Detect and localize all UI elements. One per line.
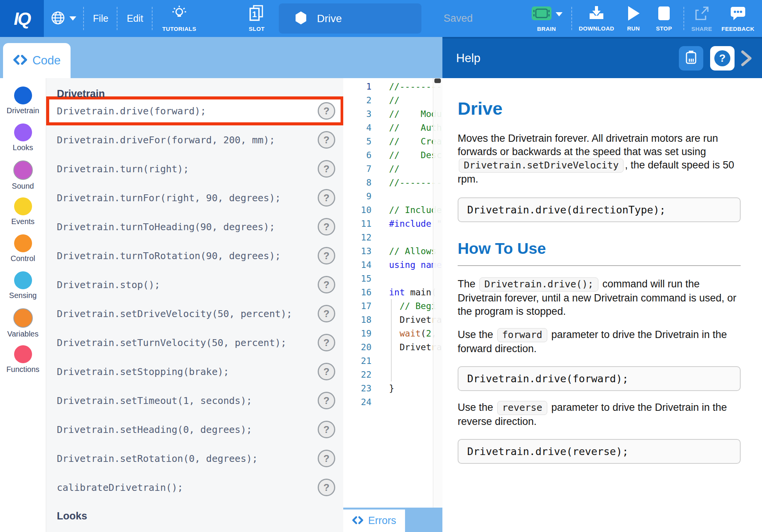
stop-button[interactable]: STOP — [650, 0, 678, 37]
editor-line[interactable]: 14using name — [343, 258, 442, 272]
help-paragraph: Use the forward parameter to drive the D… — [458, 328, 741, 356]
command-row[interactable]: Drivetrain.setTurnVelocity(50, percent);… — [46, 328, 344, 357]
inline-code-chip: forward — [497, 328, 547, 342]
command-row[interactable]: Drivetrain.turn(right);? — [46, 154, 344, 183]
command-row[interactable]: Drivetrain.turnToRotation(90, degrees);? — [46, 241, 344, 270]
command-help-button[interactable]: ? — [318, 160, 335, 178]
run-button[interactable]: RUN — [621, 0, 646, 37]
editor-line[interactable]: 6// Desc — [343, 148, 442, 162]
tab-code[interactable]: Code — [3, 43, 71, 78]
command-row[interactable]: Drivetrain.turnFor(right, 90, degrees);? — [46, 183, 344, 212]
command-text: Drivetrain.setHeading(0, degrees); — [57, 424, 252, 435]
brain-button[interactable]: BRAIN — [523, 0, 570, 37]
download-button[interactable]: DOWNLOAD — [577, 0, 616, 37]
editor-line[interactable]: 12 — [343, 231, 442, 244]
stop-icon — [657, 5, 671, 23]
feedback-button[interactable]: FEEDBACK — [716, 0, 760, 37]
sidebar-item-events[interactable]: Events — [0, 197, 46, 234]
editor-scrollbar[interactable] — [433, 78, 442, 509]
sidebar-item-sound[interactable]: Sound — [0, 160, 46, 197]
command-help-button[interactable]: ? — [318, 276, 335, 293]
download-label: DOWNLOAD — [579, 25, 614, 32]
command-row[interactable]: Drivetrain.drive(forward);? — [46, 96, 344, 125]
command-help-button[interactable]: ? — [318, 131, 335, 149]
editor-scrollbar-thumb[interactable] — [434, 79, 441, 83]
brain-help-button[interactable] — [679, 46, 703, 71]
command-help-button[interactable]: ? — [318, 450, 335, 467]
editor-line[interactable]: 19 wait(2, — [343, 327, 442, 340]
command-help-button[interactable]: ? — [318, 102, 335, 120]
editor-line[interactable]: 16int main( — [343, 285, 442, 299]
edit-menu[interactable]: Edit — [118, 0, 152, 37]
editor-line[interactable]: 22 — [343, 368, 442, 381]
tutorials-button[interactable]: TUTORIALS — [154, 0, 204, 37]
brain-icon — [531, 5, 552, 23]
help-content: Drive Moves the Drivetrain forever. All … — [442, 78, 762, 464]
command-row[interactable]: Drivetrain.setDriveVelocity(50, percent)… — [46, 299, 344, 328]
command-help-button[interactable]: ? — [318, 421, 335, 438]
help-question-button[interactable]: ? — [710, 46, 735, 71]
command-text: Drivetrain.turnToRotation(90, degrees); — [57, 250, 281, 261]
sidebar-item-control[interactable]: Control — [0, 234, 46, 271]
command-row[interactable]: Drivetrain.turnToHeading(90, degrees);? — [46, 212, 344, 241]
code-token: // Begi — [389, 301, 437, 311]
project-name-box[interactable]: Drive — [279, 3, 421, 34]
sidebar-item-looks[interactable]: Looks — [0, 123, 46, 160]
command-help-button[interactable]: ? — [318, 189, 335, 207]
code-token: int — [389, 287, 405, 297]
editor-line[interactable]: 9 — [343, 189, 442, 203]
command-row[interactable]: Drivetrain.setTimeout(1, seconds);? — [46, 386, 344, 415]
sidebar-item-functions[interactable]: Functions — [0, 345, 46, 382]
command-row[interactable]: Drivetrain.setRotation(0, degrees);? — [46, 444, 344, 473]
share-button[interactable]: SHARE — [686, 0, 717, 37]
editor-line[interactable]: 21 — [343, 354, 442, 368]
editor-line[interactable]: 17 // Begi — [343, 299, 442, 313]
feedback-icon — [729, 5, 747, 23]
command-help-button[interactable]: ? — [318, 218, 335, 236]
editor-line[interactable]: 18 Drivetra — [343, 313, 442, 327]
command-help-button[interactable]: ? — [318, 479, 335, 496]
editor-line[interactable]: 24 — [343, 395, 442, 409]
sidebar-item-label: Variables — [7, 330, 39, 338]
editor-line[interactable]: 20 Drivetra — [343, 340, 442, 354]
command-help-button[interactable]: ? — [318, 305, 335, 322]
category-sidebar: DrivetrainLooksSoundEventsControlSensing… — [0, 78, 46, 532]
category-dot-icon — [14, 87, 32, 104]
collapse-help-button[interactable] — [740, 49, 753, 67]
code-editor[interactable]: 1//-------------------------------------… — [343, 78, 442, 532]
file-menu[interactable]: File — [85, 0, 117, 37]
line-number: 5 — [343, 135, 371, 148]
editor-line[interactable]: 3// Modu — [343, 107, 442, 121]
sidebar-item-label: Drivetrain — [6, 106, 39, 115]
command-help-button[interactable]: ? — [318, 363, 335, 380]
command-help-button[interactable]: ? — [318, 392, 335, 409]
help-paragraph: Moves the Drivetrain forever. All drivet… — [458, 132, 741, 186]
command-row[interactable]: Drivetrain.stop();? — [46, 270, 344, 299]
editor-line[interactable]: 1//-------------------------------------… — [343, 80, 442, 93]
command-text: Drivetrain.driveFor(forward, 200, mm); — [57, 135, 275, 146]
editor-line[interactable]: 4// Auth — [343, 121, 442, 135]
command-help-button[interactable]: ? — [318, 334, 335, 351]
editor-line[interactable]: 23} — [343, 381, 442, 395]
editor-line[interactable]: 7// — [343, 162, 442, 176]
editor-line[interactable]: 11#include " — [343, 217, 442, 231]
editor-line[interactable]: 2// — [343, 93, 442, 107]
command-row[interactable]: Drivetrain.setHeading(0, degrees);? — [46, 415, 344, 444]
command-row[interactable]: calibrateDrivetrain();? — [46, 473, 344, 502]
editor-line[interactable]: 15 — [343, 272, 442, 285]
command-help-button[interactable]: ? — [318, 247, 335, 264]
sidebar-item-variables[interactable]: Variables — [0, 308, 46, 345]
editor-line[interactable]: 5// Crea — [343, 135, 442, 148]
editor-line[interactable]: 8//-------------------------------------… — [343, 176, 442, 189]
command-row[interactable]: Drivetrain.driveFor(forward, 200, mm);? — [46, 125, 344, 154]
command-row[interactable]: Drivetrain.setStopping(brake);? — [46, 357, 344, 386]
inline-code-chip: reverse — [497, 401, 547, 415]
tab-errors[interactable]: Errors — [343, 510, 405, 532]
slot-button[interactable]: 1 SLOT — [234, 0, 280, 37]
sidebar-item-sensing[interactable]: Sensing — [0, 271, 46, 308]
editor-line[interactable]: 10// Include — [343, 203, 442, 217]
language-menu[interactable] — [47, 0, 79, 37]
editor-line[interactable]: 13// Allows — [343, 244, 442, 258]
command-reference-panel: Drivetrain Drivetrain.drive(forward);?Dr… — [46, 78, 344, 532]
sidebar-item-drivetrain[interactable]: Drivetrain — [0, 87, 46, 123]
